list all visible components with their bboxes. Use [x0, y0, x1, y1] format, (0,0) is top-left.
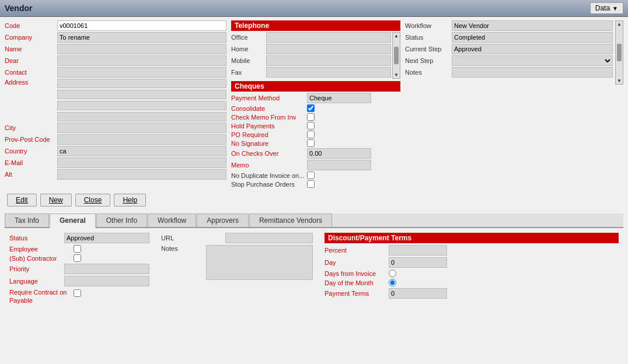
status-input[interactable] — [452, 32, 613, 43]
current-step-input[interactable] — [452, 44, 613, 54]
general-right: Discount/Payment Terms Percent Day Days … — [325, 233, 619, 307]
tab-tax-info[interactable]: Tax Info — [5, 214, 49, 227]
email-input[interactable] — [57, 158, 226, 168]
employee-checkbox[interactable] — [74, 245, 81, 253]
telephone-scrollbar[interactable]: ▲ ▼ — [392, 32, 400, 79]
notes-row: Notes — [405, 67, 613, 78]
notes-label: Notes — [405, 69, 452, 76]
city-input[interactable] — [57, 123, 226, 133]
status-row: Status — [405, 32, 613, 43]
require-contract-row: Require Contract on Payable — [9, 288, 149, 305]
next-step-select[interactable] — [452, 55, 613, 66]
gen-status-input[interactable] — [64, 233, 149, 243]
tab-other-info[interactable]: Other Info — [96, 214, 147, 227]
dear-row: Dear — [5, 55, 226, 66]
button-row: Edit New Close Help — [5, 189, 623, 211]
consolidate-checkbox[interactable] — [307, 104, 315, 112]
company-input[interactable] — [57, 32, 226, 43]
sub-contractor-checkbox[interactable] — [74, 254, 81, 262]
address-input-1[interactable] — [57, 79, 226, 88]
on-checks-input[interactable] — [307, 148, 371, 159]
hold-payments-row: Hold Payments — [231, 122, 400, 130]
name-row: Name — [5, 44, 226, 54]
alt-input[interactable] — [57, 169, 226, 180]
stop-purchase-checkbox[interactable] — [307, 180, 315, 188]
dear-label: Dear — [5, 57, 57, 64]
scroll-up-icon[interactable]: ▲ — [394, 33, 399, 38]
name-input[interactable] — [57, 44, 226, 54]
wf-scroll-down-icon[interactable]: ▼ — [617, 78, 622, 83]
address-label: Address — [5, 79, 57, 86]
workflow-fields: Workflow Status Current Step Next Step N… — [405, 20, 613, 189]
tab-approvers[interactable]: Approvers — [197, 214, 249, 227]
tab-workflow[interactable]: Workflow — [148, 214, 196, 227]
no-signature-checkbox[interactable] — [307, 139, 315, 147]
office-label: Office — [231, 34, 266, 41]
status-label: Status — [405, 34, 452, 41]
gen-notes-label: Notes — [161, 245, 206, 252]
data-button[interactable]: Data ▼ — [590, 2, 623, 14]
dear-input[interactable] — [57, 55, 226, 66]
office-input[interactable] — [266, 32, 391, 43]
workflow-scrollbar[interactable]: ▲ ▼ — [615, 20, 623, 85]
dropdown-arrow-icon: ▼ — [612, 5, 618, 12]
notes-input[interactable] — [452, 67, 613, 78]
fax-row: Fax — [231, 67, 391, 78]
mobile-input[interactable] — [266, 55, 391, 66]
contact-row: Contact — [5, 67, 226, 78]
days-from-invoice-label: Days from Invoice — [325, 270, 389, 277]
home-input[interactable] — [266, 44, 391, 54]
no-duplicate-checkbox[interactable] — [307, 172, 315, 179]
mobile-label: Mobile — [231, 57, 266, 64]
require-contract-checkbox[interactable] — [74, 289, 81, 297]
day-row: Day — [325, 257, 619, 268]
code-input[interactable] — [57, 20, 226, 31]
prov-input[interactable] — [57, 134, 226, 145]
day-of-month-radio[interactable] — [389, 279, 396, 286]
payment-terms-input[interactable] — [389, 288, 447, 299]
tab-general[interactable]: General — [50, 214, 96, 228]
consolidate-label: Consolidate — [231, 105, 307, 112]
country-input[interactable] — [57, 146, 226, 156]
address-input-3[interactable] — [57, 101, 226, 110]
scroll-down-icon[interactable]: ▼ — [394, 72, 399, 78]
close-button[interactable]: Close — [75, 194, 111, 206]
address-row: Address — [5, 79, 226, 121]
help-button[interactable]: Help — [114, 194, 146, 206]
url-input[interactable] — [225, 233, 313, 243]
hold-payments-checkbox[interactable] — [307, 122, 315, 130]
workflow-label: Workflow — [405, 22, 452, 29]
code-row: Code — [5, 20, 226, 31]
address-input-4[interactable] — [57, 112, 226, 121]
new-button[interactable]: New — [40, 194, 72, 206]
cheques-header: Cheques — [231, 81, 400, 92]
po-required-checkbox[interactable] — [307, 131, 315, 138]
company-label: Company — [5, 34, 57, 41]
tab-remittance[interactable]: Remittance Vendors — [249, 214, 332, 227]
scroll-thumb — [394, 47, 399, 64]
priority-input[interactable] — [64, 264, 149, 274]
day-of-month-label: Day of the Month — [325, 279, 389, 286]
workflow-col: Workflow Status Current Step Next Step N… — [405, 20, 623, 189]
fax-input[interactable] — [266, 67, 391, 78]
payment-method-label: Payment Method — [231, 94, 307, 102]
mobile-row: Mobile — [231, 55, 391, 66]
language-input[interactable] — [64, 276, 149, 286]
day-input[interactable] — [389, 257, 447, 268]
on-checks-row: On Checks Over — [231, 148, 400, 159]
language-label: Language — [9, 278, 64, 285]
wf-scroll-up-icon[interactable]: ▲ — [617, 22, 622, 27]
payment-method-input[interactable] — [307, 93, 371, 103]
tab-content-general: Status Employee (Sub) Contractor Priorit… — [5, 228, 623, 312]
check-memo-checkbox[interactable] — [307, 113, 315, 121]
address-input-2[interactable] — [57, 90, 226, 99]
contact-input[interactable] — [57, 67, 226, 78]
po-required-row: PO Required — [231, 131, 400, 138]
memo-row: Memo — [231, 160, 400, 170]
gen-notes-textarea[interactable] — [206, 245, 313, 280]
edit-button[interactable]: Edit — [7, 194, 37, 206]
workflow-input[interactable] — [452, 20, 613, 31]
memo-input[interactable] — [307, 160, 371, 170]
percent-input[interactable] — [389, 245, 447, 256]
days-from-invoice-radio[interactable] — [389, 270, 396, 277]
